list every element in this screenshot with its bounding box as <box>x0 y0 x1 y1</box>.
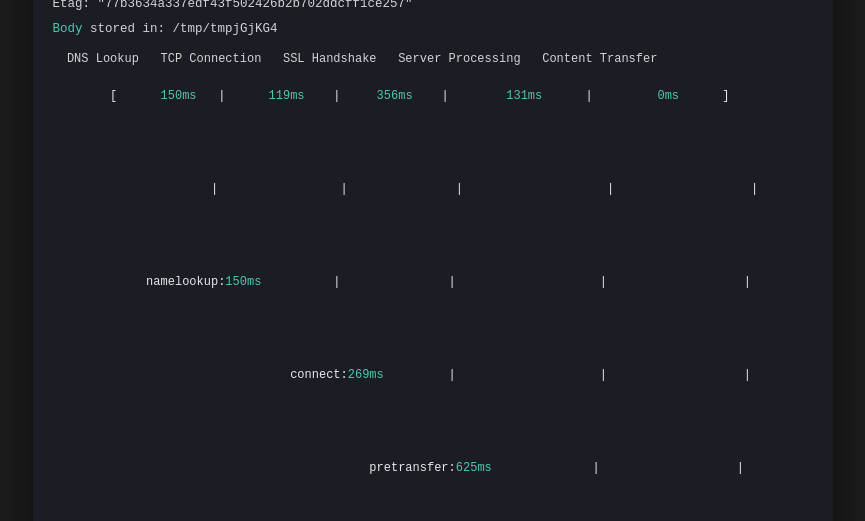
timing-bar: [ 150ms | 119ms | 356ms | 131ms | 0ms ] <box>53 68 813 124</box>
namelookup-line: | | | | | <box>53 161 813 217</box>
pretransfer-value-line: pretransfer:625ms | | <box>53 440 813 496</box>
timing-labels: DNS Lookup TCP Connection SSL Handshake … <box>53 50 813 69</box>
response-headers: HTTP/1.1 200 OK Server: nginx/1.6.3 Date… <box>53 0 813 14</box>
terminal-body: ❯python httpstat.py https://reorx.com HT… <box>33 0 833 521</box>
header-etag: Etag: "77b3634a337edf43f502426b2b702ddcf… <box>53 0 813 14</box>
terminal-window: ssh ❯python httpstat.py https://reorx.co… <box>33 0 833 521</box>
namelookup-value-line: namelookup:150ms | | | | <box>53 254 813 310</box>
timing-labels-text: DNS Lookup TCP Connection SSL Handshake … <box>53 50 658 69</box>
body-stored-line: Body stored in: /tmp/tmpjGjKG4 <box>53 20 813 39</box>
timing-section: DNS Lookup TCP Connection SSL Handshake … <box>53 50 813 521</box>
timing-detail-lines: | | | | | namelookup:150ms | | | | <box>53 124 813 521</box>
connect-value-line: connect:269ms | | | <box>53 347 813 403</box>
